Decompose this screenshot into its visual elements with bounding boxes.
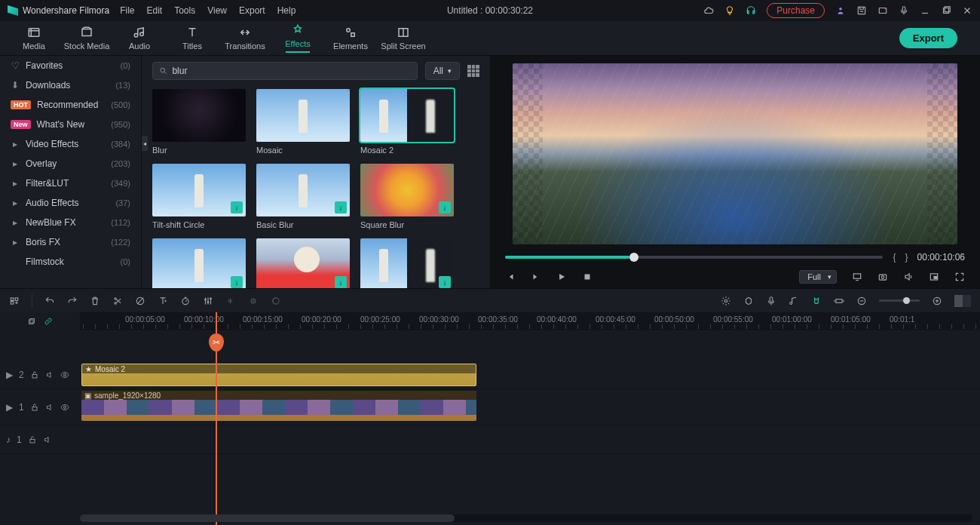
mute-icon[interactable] xyxy=(45,370,54,379)
effect-item-7[interactable]: ↓ xyxy=(256,238,350,288)
effect-item-8[interactable]: ↓ xyxy=(360,238,454,288)
mark-in-icon[interactable]: { xyxy=(893,252,896,262)
effect-item-Basic Blur[interactable]: ↓Basic Blur xyxy=(256,164,350,229)
support-headset-icon[interactable] xyxy=(746,5,756,16)
display-icon[interactable] xyxy=(852,272,862,282)
download-badge-icon[interactable]: ↓ xyxy=(335,201,347,213)
track-play-icon[interactable]: ▶ xyxy=(6,402,13,413)
record-mic-icon[interactable] xyxy=(766,296,776,306)
mute-icon[interactable] xyxy=(43,435,52,444)
split-icon[interactable] xyxy=(112,296,123,306)
mic-icon[interactable] xyxy=(899,5,909,16)
zoom-in-icon[interactable] xyxy=(932,296,942,306)
tab-transitions[interactable]: Transitions xyxy=(219,26,271,51)
menu-edit[interactable]: Edit xyxy=(147,5,163,16)
mute-icon[interactable] xyxy=(45,403,54,412)
delete-icon[interactable] xyxy=(90,296,100,306)
menu-export[interactable]: Export xyxy=(239,5,265,16)
message-icon[interactable] xyxy=(877,5,888,16)
view-grid-toggle[interactable] xyxy=(467,65,479,77)
effect-item-6[interactable]: ↓ xyxy=(152,238,246,288)
redo-icon[interactable] xyxy=(67,296,78,306)
download-badge-icon[interactable]: ↓ xyxy=(439,276,451,288)
color-icon[interactable] xyxy=(271,296,281,306)
tab-split-screen[interactable]: Split Screen xyxy=(377,26,430,51)
crop-icon[interactable] xyxy=(135,296,145,306)
search-box[interactable] xyxy=(152,62,418,80)
render-icon[interactable] xyxy=(721,296,731,306)
menu-file[interactable]: File xyxy=(120,5,134,16)
clip-video-sample[interactable]: ▣sample_1920×1280 xyxy=(81,391,476,421)
sidebar-item-filmstock[interactable]: Filmstock(0) xyxy=(0,252,141,272)
maximize-icon[interactable] xyxy=(941,5,951,16)
scrub-bar[interactable]: { } 00:00:10:06 xyxy=(490,249,980,266)
tab-elements[interactable]: Elements xyxy=(324,26,377,51)
download-badge-icon[interactable]: ↓ xyxy=(231,276,243,288)
tab-effects[interactable]: Effects xyxy=(271,23,324,53)
marker-icon[interactable] xyxy=(743,296,754,306)
effect-item-Square Blur[interactable]: ↓Square Blur xyxy=(360,164,454,229)
purchase-button[interactable]: Purchase xyxy=(767,3,825,18)
tab-stock-media[interactable]: Stock Media xyxy=(60,26,113,51)
effect-item-Tilt-shift Circle[interactable]: ↓Tilt-shift Circle xyxy=(152,164,246,229)
sidebar-item-newblue-fx[interactable]: ▸NewBlue FX(112) xyxy=(0,213,141,232)
track-play-icon[interactable]: ▶ xyxy=(6,370,13,380)
speed-icon[interactable] xyxy=(180,296,191,306)
timeline-hscroll[interactable] xyxy=(80,514,972,522)
snapshot-icon[interactable] xyxy=(877,272,888,282)
menu-view[interactable]: View xyxy=(207,5,227,16)
tab-titles[interactable]: Titles xyxy=(166,26,219,51)
effect-item-Blur[interactable]: Blur xyxy=(152,89,246,155)
effect-item-Mosaic 2[interactable]: Mosaic 2 xyxy=(360,89,454,155)
lock-icon[interactable] xyxy=(28,435,37,444)
sidebar-item-boris-fx[interactable]: ▸Boris FX(122) xyxy=(0,232,141,252)
play-icon[interactable] xyxy=(556,272,567,282)
sidebar-item-favorites[interactable]: ♡Favorites(0) xyxy=(0,56,141,75)
close-icon[interactable] xyxy=(962,5,972,16)
effect-item-Mosaic[interactable]: Mosaic xyxy=(256,89,350,155)
scrub-thumb[interactable] xyxy=(629,253,639,262)
sidebar-item-overlay[interactable]: ▸Overlay(203) xyxy=(0,154,141,173)
ripple-icon[interactable] xyxy=(834,296,844,306)
account-icon[interactable] xyxy=(835,5,846,16)
next-frame-icon[interactable] xyxy=(531,272,541,282)
playhead[interactable]: ✂ xyxy=(216,312,217,525)
tab-media[interactable]: Media xyxy=(8,26,60,51)
quality-dropdown[interactable]: Full xyxy=(799,270,837,284)
tips-bulb-icon[interactable] xyxy=(724,5,735,16)
download-badge-icon[interactable]: ↓ xyxy=(439,201,451,213)
volume-icon[interactable] xyxy=(903,272,914,282)
sidebar-item-whats-new[interactable]: NewWhat's New(950) xyxy=(0,115,141,134)
download-badge-icon[interactable]: ↓ xyxy=(231,201,243,213)
link-icon[interactable] xyxy=(44,317,53,326)
mixer-icon[interactable] xyxy=(789,296,799,306)
audio-wave-icon[interactable] xyxy=(225,296,236,306)
adjust-icon[interactable] xyxy=(203,296,213,306)
visibility-icon[interactable] xyxy=(60,370,69,379)
lock-icon[interactable] xyxy=(30,370,39,379)
preview-canvas[interactable] xyxy=(490,56,980,249)
filter-dropdown[interactable]: All▾ xyxy=(425,62,460,80)
menu-help[interactable]: Help xyxy=(277,5,296,16)
undo-icon[interactable] xyxy=(44,296,55,306)
export-button[interactable]: Export xyxy=(899,28,957,48)
visibility-icon[interactable] xyxy=(60,403,69,412)
zoom-out-icon[interactable] xyxy=(856,296,867,306)
stop-icon[interactable] xyxy=(582,272,593,282)
pip-icon[interactable] xyxy=(929,272,939,282)
tab-audio[interactable]: Audio xyxy=(113,26,166,51)
cloud-icon[interactable] xyxy=(703,5,714,16)
search-input[interactable] xyxy=(172,66,410,76)
add-track-icon[interactable] xyxy=(9,296,20,306)
zoom-slider[interactable] xyxy=(879,299,920,302)
sidebar-collapse-handle[interactable]: ◂ xyxy=(142,136,148,151)
sidebar-item-filter-lut[interactable]: ▸Filter&LUT(349) xyxy=(0,173,141,193)
sidebar-item-video-effects[interactable]: ▸Video Effects(384) xyxy=(0,134,141,154)
sidebar-item-downloads[interactable]: ⬇Downloads(13) xyxy=(0,75,141,95)
minimize-icon[interactable] xyxy=(920,5,930,16)
prev-frame-icon[interactable] xyxy=(505,272,516,282)
sidebar-item-audio-effects[interactable]: ▸Audio Effects(37) xyxy=(0,193,141,213)
menu-tools[interactable]: Tools xyxy=(174,5,195,16)
save-icon[interactable] xyxy=(856,5,867,16)
fit-zoom-icon[interactable] xyxy=(954,295,971,307)
